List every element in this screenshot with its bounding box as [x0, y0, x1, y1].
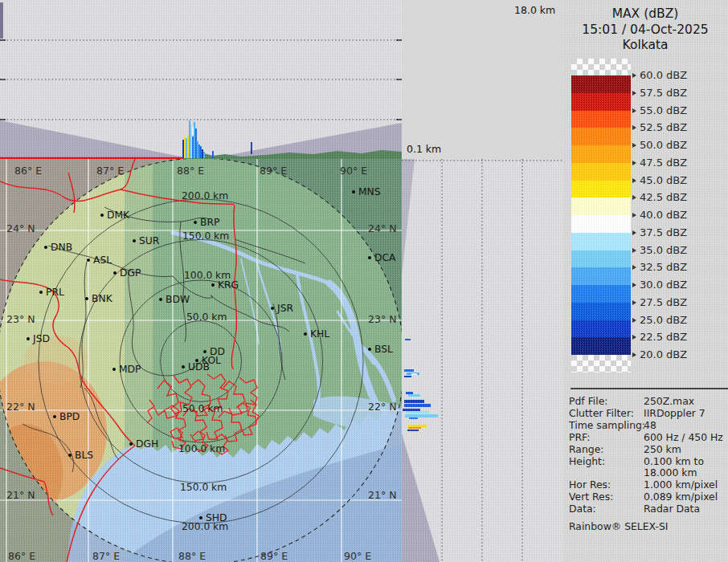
legend-swatch [571, 75, 631, 93]
map-panel: MNSDMKBRPSURDNBDCAASLDGPKRGPRLBNKBDWJSRK… [0, 159, 402, 562]
tick-arrow-icon [632, 195, 636, 200]
longitude-label: 90° E [340, 166, 367, 176]
latitude-label: 23° N [368, 315, 396, 324]
legend-label: 60.0 dBZ [632, 70, 687, 81]
city-marker [113, 271, 117, 275]
city-label: ASL [93, 255, 112, 265]
info-row: Data:Radar Data [569, 503, 725, 515]
latitude-label: 22° N [368, 402, 396, 412]
legend-value: 30.0 dBZ [640, 279, 687, 291]
side-projection-graphic [402, 159, 562, 562]
legend-value: 32.5 dBZ [640, 262, 687, 273]
city-label: DMK [107, 210, 129, 220]
city-marker [133, 239, 136, 242]
tick-arrow-icon [632, 125, 636, 130]
info-label: Pdf File: [569, 396, 644, 408]
city-marker [352, 190, 355, 193]
range-ring-label: 200.0 km [182, 191, 228, 201]
info-label: Height: [569, 456, 644, 480]
range-ring-label: 50.0 km [182, 404, 223, 413]
city-marker [27, 337, 30, 340]
legend-value: 22.5 dBZ [640, 332, 687, 343]
city-label: BPD [59, 412, 80, 422]
legend-swatch [571, 233, 631, 250]
legend-value: 27.5 dBZ [640, 297, 687, 308]
legend-label: 50.0 dBZ [632, 140, 687, 151]
separator-line [571, 388, 728, 389]
latitude-label: 24° N [368, 224, 396, 234]
info-label: Hor Res: [569, 479, 644, 491]
legend-value: 45.0 dBZ [640, 175, 687, 186]
latitude-label: 23° N [6, 315, 35, 324]
tick-arrow-icon [632, 335, 636, 340]
city-marker [182, 365, 185, 369]
range-ring-label: 150.0 km [182, 231, 229, 241]
range-ring-label: 150.0 km [180, 483, 227, 492]
legend-swatch [571, 337, 631, 355]
city-marker [39, 291, 43, 294]
info-label: PRF: [569, 432, 644, 444]
panel-edge-bar [0, 2, 3, 39]
longitude-label: 88° E [178, 552, 206, 561]
info-row: Hor Res:1.000 km/pixel [569, 479, 725, 491]
legend-value: 42.5 dBZ [640, 192, 687, 203]
legend-label: 42.5 dBZ [632, 192, 687, 203]
legend-label: 35.0 dBZ [632, 245, 687, 256]
legend-value: 37.5 dBZ [640, 227, 687, 238]
tick-arrow-icon [632, 91, 636, 96]
longitude-label: 89° E [260, 166, 287, 176]
info-label: Range: [569, 444, 644, 456]
info-value: Radar Data [644, 503, 725, 515]
tick-arrow-icon [632, 318, 636, 323]
city-label: BDW [166, 295, 190, 304]
info-value: 48 [644, 420, 725, 432]
city-marker [44, 246, 47, 249]
legend-value: 60.0 dBZ [640, 70, 687, 81]
legend-swatch [571, 250, 631, 268]
legend-label: 47.5 dBZ [632, 157, 687, 169]
city-label: UDB [188, 362, 210, 372]
city-label: SUR [139, 236, 159, 246]
info-row: Clutter Filter:IIRDoppler 7 [569, 408, 725, 420]
legend-swatch [571, 320, 631, 338]
city-label: JSR [277, 303, 293, 313]
city-label: DGH [136, 439, 158, 449]
legend-label: 32.5 dBZ [632, 262, 687, 273]
map-label-layer: MNSDMKBRPSURDNBDCAASLDGPKRGPRLBNKBDWJSRK… [0, 159, 402, 562]
info-row: Pdf File:250Z.max [569, 396, 725, 408]
info-panel: Pdf File:250Z.maxClutter Filter:IIRDoppl… [569, 396, 725, 533]
city-label: DNB [51, 242, 72, 252]
city-label: JSD [33, 334, 50, 344]
latitude-label: 24° N [6, 224, 35, 234]
info-value: 0.100 km to 18.000 km [644, 456, 725, 480]
legend-swatch [571, 163, 631, 181]
info-label: Time sampling: [569, 420, 644, 432]
info-value: 250Z.max [644, 396, 725, 408]
city-marker [85, 297, 88, 300]
legend-panel: MAX (dBZ) 15:01 / 04-Oct-2025 Kolkata 60… [562, 0, 728, 562]
range-ring-label: 100.0 km [184, 271, 231, 280]
range-ring-label: 50.0 km [186, 312, 227, 322]
legend-value: 55.0 dBZ [640, 105, 687, 116]
info-value: 600 Hz / 450 Hz [644, 432, 725, 444]
longitude-label: 86° E [8, 552, 35, 561]
tick-arrow-icon [632, 178, 636, 183]
city-marker [199, 516, 202, 519]
longitude-label: 86° E [14, 166, 42, 176]
top-projection-panel [0, 0, 402, 159]
legend-label: 27.5 dBZ [632, 297, 687, 308]
info-label: Data: [569, 503, 644, 515]
tick-arrow-icon [632, 230, 636, 235]
latitude-label: 22° N [6, 402, 35, 412]
legend-swatch [571, 198, 631, 215]
radar-app-window: { "header": { "product": "MAX (dBZ)", "d… [0, 0, 728, 562]
tick-arrow-icon [632, 248, 636, 253]
city-label: BRP [200, 218, 219, 227]
tick-arrow-icon [632, 143, 636, 148]
legend-swatch [571, 355, 631, 373]
tick-arrow-icon [632, 265, 636, 270]
info-row: Time sampling:48 [569, 420, 725, 432]
city-marker [203, 350, 207, 353]
info-value: IIRDoppler 7 [644, 408, 725, 420]
legend-value: 20.0 dBZ [640, 349, 687, 360]
